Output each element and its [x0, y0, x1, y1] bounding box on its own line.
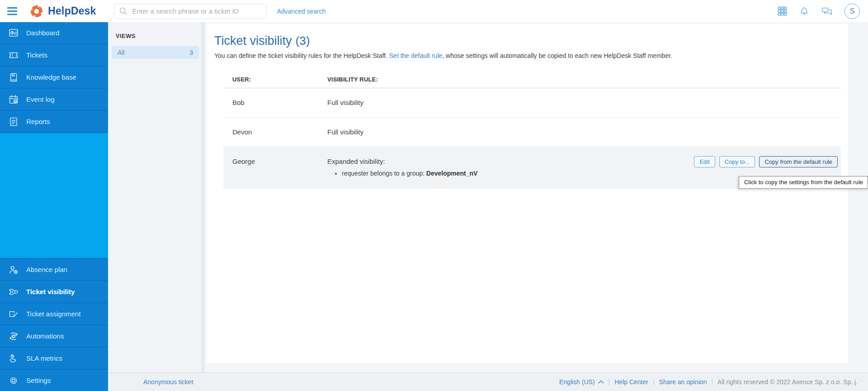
- page-title-text: Ticket visibility: [214, 34, 292, 48]
- advanced-search-link[interactable]: Advanced search: [277, 8, 326, 15]
- views-header: VIEWS: [116, 33, 205, 39]
- sidebar-item-ticket-assignment[interactable]: Ticket assignment: [0, 302, 108, 324]
- help-center-link[interactable]: Help Center: [614, 378, 648, 386]
- knowledge-base-icon: [8, 72, 19, 83]
- helpdesk-logo[interactable]: HelpDesk: [30, 5, 96, 18]
- rule-cell: Full visibility: [318, 128, 841, 136]
- sidebar-item-label: SLA metrics: [26, 354, 62, 362]
- messages-chat-icon[interactable]: [821, 6, 832, 16]
- sidebar-item-label: Reports: [26, 118, 50, 125]
- view-item-count: 3: [189, 49, 193, 56]
- column-header-user: USER:: [223, 76, 318, 83]
- tooltip: Click to copy the settings from the defa…: [739, 176, 868, 189]
- search-icon: [119, 7, 127, 15]
- settings-gear-icon: [8, 375, 19, 386]
- user-cell: Bob: [223, 99, 318, 106]
- sidebar-bottom-group: Absence plan Ticket visibility Ticket as…: [0, 258, 108, 391]
- sidebar-nav: Dashboard Tickets Knowledge base Event l…: [0, 22, 108, 391]
- sidebar-item-label: Settings: [26, 377, 51, 384]
- sidebar-item-reports[interactable]: Reports: [0, 111, 108, 133]
- sidebar-item-event-log[interactable]: Event log: [0, 89, 108, 111]
- apps-grid-icon[interactable]: [778, 6, 787, 16]
- view-item-label: All: [118, 49, 125, 56]
- sidebar-item-dashboard[interactable]: Dashboard: [0, 22, 108, 44]
- sidebar-item-tickets[interactable]: Tickets: [0, 44, 108, 67]
- sidebar-item-settings[interactable]: Settings: [0, 369, 108, 391]
- footer-divider: |: [653, 378, 655, 386]
- description-text: You can define the ticket visibility rul…: [214, 52, 389, 59]
- brand-name: HelpDesk: [48, 5, 96, 17]
- visibility-table: USER: VISIBILITY RULE: Bob Full visibili…: [223, 71, 841, 188]
- sidebar-item-automations[interactable]: Automations: [0, 324, 108, 347]
- sidebar-item-ticket-visibility[interactable]: Ticket visibility: [0, 280, 108, 302]
- anonymous-ticket-link[interactable]: Anonymous ticket: [143, 378, 193, 386]
- sidebar-item-sla-metrics[interactable]: SLA metrics: [0, 347, 108, 369]
- footer-bar: Anonymous ticket English (US) | Help Cen…: [108, 372, 868, 391]
- search-input[interactable]: [131, 7, 262, 15]
- rule-cell: Full visibility: [318, 99, 841, 106]
- sla-metrics-icon: [8, 353, 19, 364]
- absence-plan-icon: [8, 264, 19, 275]
- notifications-bell-icon[interactable]: [799, 6, 809, 16]
- sidebar-item-label: Ticket visibility: [26, 288, 75, 296]
- sidebar-item-label: Event log: [26, 95, 55, 103]
- tickets-icon: [8, 50, 19, 61]
- user-cell: Devon: [223, 128, 318, 136]
- copyright-text: All rights reserved © 2022 Axence Sp. z …: [717, 378, 858, 386]
- table-row[interactable]: Bob Full visibility: [223, 88, 841, 118]
- sidebar-item-label: Tickets: [26, 51, 47, 59]
- copy-from-default-rule-button[interactable]: Copy from the default rule: [759, 156, 838, 167]
- search-box[interactable]: [114, 4, 267, 19]
- content-card: Ticket visibility (3) You can define the…: [207, 24, 848, 363]
- row-actions: Edit Copy to... Copy from the default ru…: [694, 156, 838, 167]
- sidebar-item-label: Knowledge base: [26, 73, 76, 81]
- language-selector[interactable]: English (US): [559, 378, 604, 386]
- topbar-icons: S: [778, 4, 868, 19]
- main-area: Ticket visibility (3) You can define the…: [205, 22, 868, 372]
- ticket-assignment-icon: [8, 309, 19, 319]
- share-opinion-link[interactable]: Share an opinion: [659, 378, 707, 386]
- copy-to-button[interactable]: Copy to...: [719, 156, 755, 167]
- footer-right-group: English (US) | Help Center | Share an op…: [559, 378, 868, 386]
- lifebuoy-logo-icon: [30, 5, 43, 18]
- column-header-visibility-rule: VISIBILITY RULE:: [318, 76, 841, 83]
- edit-button[interactable]: Edit: [694, 156, 715, 167]
- description-text: , whose settings will automatically be c…: [442, 52, 672, 59]
- footer-divider: |: [711, 378, 713, 386]
- table-row[interactable]: Devon Full visibility: [223, 118, 841, 147]
- page-title-count: (3): [296, 34, 310, 48]
- sidebar-item-label: Dashboard: [26, 29, 59, 37]
- view-item-all[interactable]: All 3: [112, 46, 199, 59]
- chevron-up-icon: [598, 380, 604, 384]
- event-log-icon: [8, 94, 19, 105]
- language-label: English (US): [559, 378, 595, 386]
- sidebar-item-knowledge-base[interactable]: Knowledge base: [0, 67, 108, 89]
- rule-bullet-text: requester belongs to a group:: [342, 170, 426, 177]
- dashboard-icon: [8, 28, 19, 38]
- automations-icon: [8, 331, 19, 342]
- sidebar-item-label: Absence plan: [26, 266, 67, 273]
- top-bar: HelpDesk Advanced search: [0, 0, 868, 22]
- hamburger-menu-icon[interactable]: [7, 7, 17, 15]
- rule-bullet-group-name: Development_nV: [426, 170, 478, 177]
- set-default-rule-link[interactable]: Set the default rule: [389, 52, 443, 59]
- avatar-initial: S: [850, 7, 855, 15]
- sidebar-item-absence-plan[interactable]: Absence plan: [0, 258, 108, 280]
- sidebar-item-label: Ticket assignment: [26, 310, 80, 318]
- page-title: Ticket visibility (3): [214, 34, 841, 48]
- ticket-visibility-icon: [8, 286, 19, 297]
- reports-icon: [8, 116, 19, 127]
- table-header: USER: VISIBILITY RULE:: [223, 71, 841, 88]
- page-description: You can define the ticket visibility rul…: [214, 52, 841, 59]
- user-cell: George: [223, 157, 318, 177]
- views-panel: VIEWS All 3: [108, 22, 205, 372]
- user-avatar[interactable]: S: [844, 4, 860, 19]
- footer-divider: |: [609, 378, 610, 386]
- sidebar-item-label: Automations: [26, 332, 64, 340]
